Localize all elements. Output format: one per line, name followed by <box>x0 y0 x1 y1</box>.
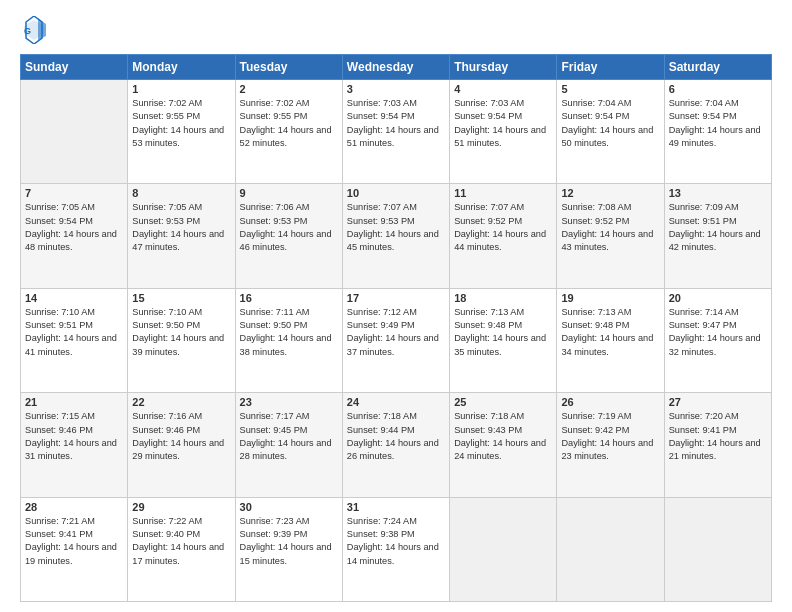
calendar-cell: 19Sunrise: 7:13 AMSunset: 9:48 PMDayligh… <box>557 288 664 392</box>
day-number: 10 <box>347 187 445 199</box>
day-number: 16 <box>240 292 338 304</box>
cell-info: Sunrise: 7:08 AMSunset: 9:52 PMDaylight:… <box>561 201 659 254</box>
weekday-header-saturday: Saturday <box>664 55 771 80</box>
cell-info: Sunrise: 7:20 AMSunset: 9:41 PMDaylight:… <box>669 410 767 463</box>
calendar-cell: 4Sunrise: 7:03 AMSunset: 9:54 PMDaylight… <box>450 80 557 184</box>
calendar-cell: 10Sunrise: 7:07 AMSunset: 9:53 PMDayligh… <box>342 184 449 288</box>
day-number: 22 <box>132 396 230 408</box>
cell-info: Sunrise: 7:10 AMSunset: 9:50 PMDaylight:… <box>132 306 230 359</box>
day-number: 4 <box>454 83 552 95</box>
cell-info: Sunrise: 7:21 AMSunset: 9:41 PMDaylight:… <box>25 515 123 568</box>
weekday-header-thursday: Thursday <box>450 55 557 80</box>
calendar-cell: 6Sunrise: 7:04 AMSunset: 9:54 PMDaylight… <box>664 80 771 184</box>
cell-info: Sunrise: 7:03 AMSunset: 9:54 PMDaylight:… <box>347 97 445 150</box>
day-number: 26 <box>561 396 659 408</box>
cell-info: Sunrise: 7:06 AMSunset: 9:53 PMDaylight:… <box>240 201 338 254</box>
calendar-cell: 26Sunrise: 7:19 AMSunset: 9:42 PMDayligh… <box>557 393 664 497</box>
cell-info: Sunrise: 7:12 AMSunset: 9:49 PMDaylight:… <box>347 306 445 359</box>
cell-info: Sunrise: 7:10 AMSunset: 9:51 PMDaylight:… <box>25 306 123 359</box>
calendar-cell <box>664 497 771 601</box>
calendar-cell <box>450 497 557 601</box>
day-number: 7 <box>25 187 123 199</box>
cell-info: Sunrise: 7:05 AMSunset: 9:53 PMDaylight:… <box>132 201 230 254</box>
day-number: 15 <box>132 292 230 304</box>
calendar-cell: 13Sunrise: 7:09 AMSunset: 9:51 PMDayligh… <box>664 184 771 288</box>
weekday-header-monday: Monday <box>128 55 235 80</box>
day-number: 1 <box>132 83 230 95</box>
weekday-header-sunday: Sunday <box>21 55 128 80</box>
weekday-header-friday: Friday <box>557 55 664 80</box>
calendar-cell: 24Sunrise: 7:18 AMSunset: 9:44 PMDayligh… <box>342 393 449 497</box>
day-number: 17 <box>347 292 445 304</box>
calendar-week-3: 14Sunrise: 7:10 AMSunset: 9:51 PMDayligh… <box>21 288 772 392</box>
calendar-cell: 7Sunrise: 7:05 AMSunset: 9:54 PMDaylight… <box>21 184 128 288</box>
cell-info: Sunrise: 7:17 AMSunset: 9:45 PMDaylight:… <box>240 410 338 463</box>
day-number: 8 <box>132 187 230 199</box>
cell-info: Sunrise: 7:07 AMSunset: 9:52 PMDaylight:… <box>454 201 552 254</box>
cell-info: Sunrise: 7:13 AMSunset: 9:48 PMDaylight:… <box>454 306 552 359</box>
day-number: 27 <box>669 396 767 408</box>
day-number: 29 <box>132 501 230 513</box>
calendar-cell: 8Sunrise: 7:05 AMSunset: 9:53 PMDaylight… <box>128 184 235 288</box>
calendar-cell: 18Sunrise: 7:13 AMSunset: 9:48 PMDayligh… <box>450 288 557 392</box>
calendar-cell: 14Sunrise: 7:10 AMSunset: 9:51 PMDayligh… <box>21 288 128 392</box>
day-number: 5 <box>561 83 659 95</box>
calendar-week-2: 7Sunrise: 7:05 AMSunset: 9:54 PMDaylight… <box>21 184 772 288</box>
day-number: 23 <box>240 396 338 408</box>
weekday-header-wednesday: Wednesday <box>342 55 449 80</box>
day-number: 3 <box>347 83 445 95</box>
day-number: 24 <box>347 396 445 408</box>
cell-info: Sunrise: 7:13 AMSunset: 9:48 PMDaylight:… <box>561 306 659 359</box>
calendar-week-4: 21Sunrise: 7:15 AMSunset: 9:46 PMDayligh… <box>21 393 772 497</box>
cell-info: Sunrise: 7:15 AMSunset: 9:46 PMDaylight:… <box>25 410 123 463</box>
cell-info: Sunrise: 7:11 AMSunset: 9:50 PMDaylight:… <box>240 306 338 359</box>
day-number: 2 <box>240 83 338 95</box>
weekday-header-row: SundayMondayTuesdayWednesdayThursdayFrid… <box>21 55 772 80</box>
calendar-cell: 9Sunrise: 7:06 AMSunset: 9:53 PMDaylight… <box>235 184 342 288</box>
calendar-cell: 25Sunrise: 7:18 AMSunset: 9:43 PMDayligh… <box>450 393 557 497</box>
calendar-cell: 11Sunrise: 7:07 AMSunset: 9:52 PMDayligh… <box>450 184 557 288</box>
page: G SundayMondayTuesdayWednesdayThursdayFr… <box>0 0 792 612</box>
calendar-table: SundayMondayTuesdayWednesdayThursdayFrid… <box>20 54 772 602</box>
logo: G <box>20 16 52 44</box>
cell-info: Sunrise: 7:24 AMSunset: 9:38 PMDaylight:… <box>347 515 445 568</box>
cell-info: Sunrise: 7:07 AMSunset: 9:53 PMDaylight:… <box>347 201 445 254</box>
cell-info: Sunrise: 7:04 AMSunset: 9:54 PMDaylight:… <box>561 97 659 150</box>
day-number: 31 <box>347 501 445 513</box>
day-number: 20 <box>669 292 767 304</box>
cell-info: Sunrise: 7:22 AMSunset: 9:40 PMDaylight:… <box>132 515 230 568</box>
day-number: 14 <box>25 292 123 304</box>
header: G <box>20 16 772 44</box>
calendar-cell <box>21 80 128 184</box>
cell-info: Sunrise: 7:02 AMSunset: 9:55 PMDaylight:… <box>132 97 230 150</box>
cell-info: Sunrise: 7:09 AMSunset: 9:51 PMDaylight:… <box>669 201 767 254</box>
calendar-cell: 28Sunrise: 7:21 AMSunset: 9:41 PMDayligh… <box>21 497 128 601</box>
calendar-cell: 2Sunrise: 7:02 AMSunset: 9:55 PMDaylight… <box>235 80 342 184</box>
weekday-header-tuesday: Tuesday <box>235 55 342 80</box>
cell-info: Sunrise: 7:14 AMSunset: 9:47 PMDaylight:… <box>669 306 767 359</box>
calendar-cell: 15Sunrise: 7:10 AMSunset: 9:50 PMDayligh… <box>128 288 235 392</box>
day-number: 30 <box>240 501 338 513</box>
calendar-cell: 27Sunrise: 7:20 AMSunset: 9:41 PMDayligh… <box>664 393 771 497</box>
calendar-cell: 5Sunrise: 7:04 AMSunset: 9:54 PMDaylight… <box>557 80 664 184</box>
calendar-cell: 20Sunrise: 7:14 AMSunset: 9:47 PMDayligh… <box>664 288 771 392</box>
cell-info: Sunrise: 7:18 AMSunset: 9:43 PMDaylight:… <box>454 410 552 463</box>
cell-info: Sunrise: 7:16 AMSunset: 9:46 PMDaylight:… <box>132 410 230 463</box>
day-number: 18 <box>454 292 552 304</box>
cell-info: Sunrise: 7:05 AMSunset: 9:54 PMDaylight:… <box>25 201 123 254</box>
day-number: 28 <box>25 501 123 513</box>
cell-info: Sunrise: 7:02 AMSunset: 9:55 PMDaylight:… <box>240 97 338 150</box>
calendar-cell: 12Sunrise: 7:08 AMSunset: 9:52 PMDayligh… <box>557 184 664 288</box>
logo-icon: G <box>20 16 48 44</box>
day-number: 9 <box>240 187 338 199</box>
cell-info: Sunrise: 7:18 AMSunset: 9:44 PMDaylight:… <box>347 410 445 463</box>
calendar-cell: 31Sunrise: 7:24 AMSunset: 9:38 PMDayligh… <box>342 497 449 601</box>
calendar-cell: 21Sunrise: 7:15 AMSunset: 9:46 PMDayligh… <box>21 393 128 497</box>
cell-info: Sunrise: 7:19 AMSunset: 9:42 PMDaylight:… <box>561 410 659 463</box>
cell-info: Sunrise: 7:04 AMSunset: 9:54 PMDaylight:… <box>669 97 767 150</box>
svg-text:G: G <box>24 26 31 36</box>
calendar-week-5: 28Sunrise: 7:21 AMSunset: 9:41 PMDayligh… <box>21 497 772 601</box>
calendar-cell: 17Sunrise: 7:12 AMSunset: 9:49 PMDayligh… <box>342 288 449 392</box>
cell-info: Sunrise: 7:23 AMSunset: 9:39 PMDaylight:… <box>240 515 338 568</box>
day-number: 25 <box>454 396 552 408</box>
